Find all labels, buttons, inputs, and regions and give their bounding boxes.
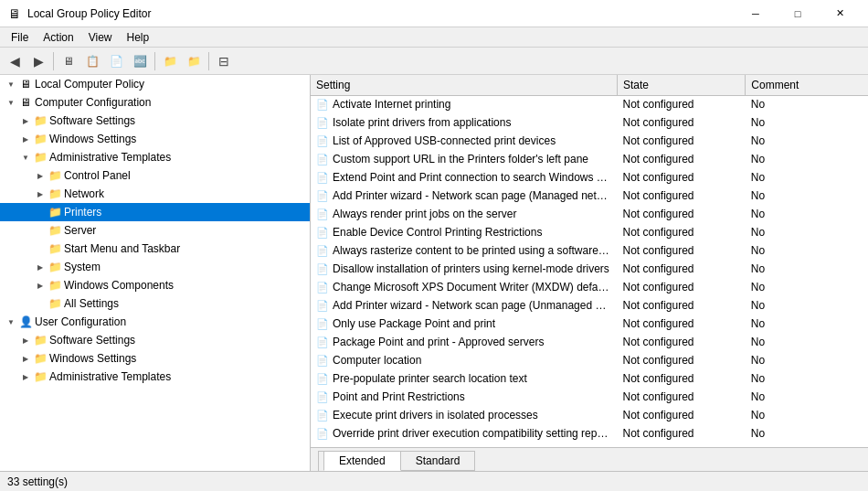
table-row[interactable]: 📄Package Point and print - Approved serv…: [311, 333, 868, 351]
setting-text-0: Activate Internet printing: [333, 98, 450, 111]
computer-config-label: Computer Configuration: [35, 96, 151, 109]
row-setting-18: 📄Override print driver execution compati…: [311, 424, 618, 443]
table-row[interactable]: 📄Extend Point and Print connection to se…: [311, 168, 868, 187]
status-bar: 33 setting(s): [0, 471, 868, 491]
toolbar-btn-3[interactable]: 📄: [105, 50, 127, 72]
row-state-1: Not configured: [618, 113, 746, 132]
table-row[interactable]: 📄Override print driver execution compati…: [311, 424, 868, 443]
setting-icon-2: 📄: [316, 135, 329, 147]
table-row[interactable]: 📄Disallow installation of printers using…: [311, 260, 868, 278]
table-row[interactable]: 📄Point and Print RestrictionsNot configu…: [311, 388, 868, 406]
tree-item-system[interactable]: 📁System: [0, 258, 310, 276]
setting-icon-4: 📄: [316, 172, 329, 184]
back-button[interactable]: ◀: [4, 50, 26, 72]
forward-button[interactable]: ▶: [27, 50, 49, 72]
row-comment-12: No: [746, 315, 868, 333]
tree-item-windows-settings-2[interactable]: 📁Windows Settings: [0, 349, 310, 368]
setting-icon-13: 📄: [316, 336, 329, 348]
menu-item-view[interactable]: View: [81, 29, 120, 46]
control-panel-icon: 📁: [48, 168, 62, 183]
tab-standard[interactable]: Standard: [400, 451, 476, 471]
setting-text-17: Execute print drivers in isolated proces…: [333, 409, 538, 422]
windows-settings-1-label: Windows Settings: [49, 133, 136, 145]
tree-item-printers[interactable]: 📁Printers: [0, 203, 310, 221]
close-button[interactable]: ✕: [819, 0, 861, 27]
menu-item-action[interactable]: Action: [36, 29, 80, 46]
row-setting-6: 📄Always render print jobs on the server: [311, 205, 618, 223]
tree-item-software-settings-2[interactable]: 📁Software Settings: [0, 331, 310, 349]
setting-text-13: Package Point and print - Approved serve…: [333, 336, 544, 348]
admin-templates-2-label: Administrative Templates: [49, 370, 171, 383]
software-settings-2-expand-icon: [18, 333, 33, 347]
table-row[interactable]: 📄List of Approved USB-connected print de…: [311, 132, 868, 150]
software-settings-1-icon: 📁: [33, 113, 48, 128]
menu-item-help[interactable]: Help: [120, 29, 157, 46]
setting-text-7: Enable Device Control Printing Restricti…: [333, 226, 542, 239]
tree-item-windows-settings-1[interactable]: 📁Windows Settings: [0, 130, 310, 148]
root-label: Local Computer Policy: [35, 78, 144, 91]
table-row[interactable]: 📄Change Microsoft XPS Document Writer (M…: [311, 278, 868, 296]
row-state-4: Not configured: [618, 168, 746, 187]
row-setting-5: 📄Add Printer wizard - Network scan page …: [311, 187, 618, 205]
setting-icon-18: 📄: [316, 428, 329, 440]
setting-text-18: Override print driver execution compatib…: [333, 427, 618, 440]
tree-root[interactable]: 🖥 Local Computer Policy: [0, 75, 310, 93]
tree-item-all-settings[interactable]: 📁All Settings: [0, 294, 310, 313]
tab-extended[interactable]: Extended: [323, 451, 401, 471]
network-label: Network: [64, 187, 104, 200]
computer-config-icon: 🖥: [18, 95, 33, 110]
row-comment-1: No: [746, 113, 868, 132]
tree-item-computer-config[interactable]: 🖥Computer Configuration: [0, 93, 310, 112]
tree-item-admin-templates-2[interactable]: 📁Administrative Templates: [0, 368, 310, 386]
filter-button[interactable]: ⊟: [213, 50, 235, 72]
tree-item-user-config[interactable]: 👤User Configuration: [0, 313, 310, 331]
setting-text-6: Always render print jobs on the server: [333, 208, 516, 220]
table-row[interactable]: 📄Enable Device Control Printing Restrict…: [311, 223, 868, 241]
table-body: 📄Activate Internet printingNot configure…: [311, 95, 868, 443]
table-row[interactable]: 📄Only use Package Point and printNot con…: [311, 315, 868, 333]
table-row[interactable]: 📄Pre-populate printer search location te…: [311, 369, 868, 388]
row-state-8: Not configured: [618, 241, 746, 260]
windows-settings-2-expand-icon: [18, 351, 33, 366]
menu-item-file[interactable]: File: [4, 29, 36, 46]
show-hide-button[interactable]: 🖥: [58, 50, 79, 72]
col-header-setting: Setting: [311, 75, 618, 95]
setting-text-4: Extend Point and Print connection to sea…: [333, 171, 618, 184]
printers-label: Printers: [64, 206, 101, 219]
table-row[interactable]: 📄Computer locationNot configuredNo: [311, 351, 868, 369]
tree-item-software-settings-1[interactable]: 📁Software Settings: [0, 112, 310, 130]
toolbar-btn-5[interactable]: 📁: [159, 50, 181, 72]
row-setting-16: 📄Point and Print Restrictions: [311, 388, 618, 406]
table-row[interactable]: 📄Custom support URL in the Printers fold…: [311, 150, 868, 168]
tree-item-server[interactable]: 📁Server: [0, 221, 310, 240]
system-icon: 📁: [48, 260, 62, 274]
toolbar-btn-6[interactable]: 📁: [183, 50, 205, 72]
row-setting-0: 📄Activate Internet printing: [311, 95, 618, 113]
table-row[interactable]: 📄Add Printer wizard - Network scan page …: [311, 187, 868, 205]
table-row[interactable]: 📄Add Printer wizard - Network scan page …: [311, 296, 868, 315]
toolbar-btn-4[interactable]: 🔤: [129, 50, 151, 72]
maximize-button[interactable]: □: [777, 0, 819, 27]
minimize-button[interactable]: ─: [735, 0, 777, 27]
control-panel-expand-icon: [33, 168, 48, 183]
tab-bar: ExtendedStandard: [311, 447, 868, 471]
table-row[interactable]: 📄Execute print drivers in isolated proce…: [311, 406, 868, 424]
tree-item-network[interactable]: 📁Network: [0, 185, 310, 203]
setting-text-5: Add Printer wizard - Network scan page (…: [333, 189, 618, 202]
table-row[interactable]: 📄Always render print jobs on the serverN…: [311, 205, 868, 223]
tree-item-windows-components[interactable]: 📁Windows Components: [0, 276, 310, 294]
tree-item-admin-templates-1[interactable]: 📁Administrative Templates: [0, 148, 310, 166]
row-setting-2: 📄List of Approved USB-connected print de…: [311, 132, 618, 150]
user-config-icon: 👤: [18, 315, 33, 329]
row-setting-15: 📄Pre-populate printer search location te…: [311, 369, 618, 388]
toolbar-btn-2[interactable]: 📋: [81, 50, 103, 72]
tree-item-control-panel[interactable]: 📁Control Panel: [0, 166, 310, 185]
tree-item-start-menu[interactable]: 📁Start Menu and Taskbar: [0, 240, 310, 258]
table-row[interactable]: 📄Isolate print drivers from applications…: [311, 113, 868, 132]
row-state-14: Not configured: [618, 351, 746, 369]
row-state-11: Not configured: [618, 296, 746, 315]
system-label: System: [64, 261, 101, 273]
table-row[interactable]: 📄Always rasterize content to be printed …: [311, 241, 868, 260]
setting-icon-16: 📄: [316, 391, 329, 403]
table-row[interactable]: 📄Activate Internet printingNot configure…: [311, 95, 868, 113]
